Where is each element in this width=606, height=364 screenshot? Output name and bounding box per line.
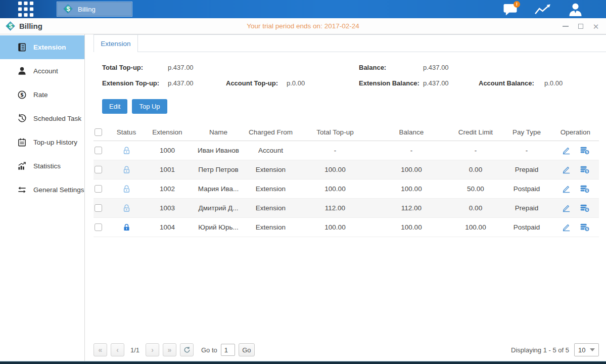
dollar-circle-icon: $ — [17, 90, 27, 100]
total-topup-value: p.437.00 — [168, 64, 194, 71]
extension-topup-label: Extension Top-up: — [102, 79, 159, 87]
goto-page-input[interactable] — [221, 344, 235, 356]
column-header[interactable]: Total Top-up — [297, 124, 373, 141]
row-checkbox[interactable] — [95, 223, 102, 231]
sidebar-item-statistics[interactable]: Statistics — [0, 154, 84, 178]
user-icon — [567, 3, 584, 16]
select-all-checkbox[interactable] — [95, 128, 102, 136]
row-checkbox[interactable] — [95, 166, 102, 173]
sidebar-label: Extension — [33, 43, 66, 51]
column-header[interactable]: Operation — [552, 124, 599, 141]
last-page-button[interactable]: » — [163, 343, 176, 356]
table-row[interactable]: 1004Юрий Юрь...Extension100.00100.00100.… — [94, 217, 599, 237]
edit-icon[interactable] — [562, 222, 571, 232]
edit-icon[interactable] — [562, 146, 571, 155]
status-locked-icon[interactable] — [122, 223, 131, 232]
minimize-icon[interactable] — [562, 22, 570, 30]
account-balance-label: Account Balance: — [479, 79, 534, 87]
topup-icon[interactable]: $ — [580, 203, 590, 213]
cell-name: Мария Ива... — [193, 179, 244, 198]
table-row[interactable]: 1000Иван ИвановAccount----$ — [94, 141, 599, 160]
notifications-button[interactable]: ! — [501, 2, 520, 17]
account-topup-value: p.0.00 — [287, 79, 305, 87]
row-checkbox[interactable] — [95, 147, 102, 154]
cell-balance: 100.00 — [373, 179, 450, 198]
edit-icon[interactable] — [562, 203, 571, 213]
next-page-button[interactable]: › — [146, 343, 159, 356]
edit-icon[interactable] — [562, 165, 571, 174]
table-row[interactable]: 1001Петр ПетровExtension100.00100.000.00… — [94, 160, 599, 179]
cell-name: Юрий Юрь... — [193, 217, 244, 237]
tab-extension[interactable]: Extension — [94, 34, 138, 52]
column-header[interactable]: Name — [193, 124, 244, 141]
row-checkbox[interactable] — [95, 204, 102, 212]
window-titlebar: $ Billing Your trial period ends on: 201… — [0, 18, 606, 34]
balance-label: Balance: — [359, 64, 386, 71]
topup-icon[interactable]: $ — [580, 146, 590, 155]
svg-text:$: $ — [20, 92, 24, 98]
sidebar: Extension Account $ Rate — [0, 34, 85, 361]
cell-charged-from: Account — [244, 141, 297, 160]
app-grid-icon[interactable] — [17, 1, 34, 18]
cell-credit-limit: 0.00 — [450, 198, 501, 217]
column-header[interactable]: Pay Type — [501, 124, 552, 141]
status-unlocked-icon[interactable] — [122, 204, 131, 212]
pager-right: Displaying 1 - 5 of 5 10 — [511, 343, 599, 356]
cell-balance: 100.00 — [373, 217, 450, 237]
first-page-button[interactable]: « — [94, 343, 107, 356]
bar-chart-icon — [17, 161, 27, 171]
cell-credit-limit: - — [450, 141, 501, 160]
tab-strip: Extension — [85, 34, 606, 52]
svg-text:$: $ — [586, 208, 588, 212]
line-chart-icon — [534, 3, 552, 16]
ledger-icon — [17, 42, 27, 53]
status-unlocked-icon[interactable] — [122, 165, 131, 174]
goto-label: Go to — [201, 346, 217, 354]
column-header[interactable]: Balance — [373, 124, 450, 141]
topup-icon[interactable]: $ — [580, 222, 590, 232]
edit-icon[interactable] — [562, 184, 571, 194]
refresh-button[interactable] — [180, 343, 194, 356]
page-size-select[interactable]: 10 — [574, 343, 599, 356]
sidebar-item-topup-history[interactable]: Top-up History — [0, 130, 84, 154]
sidebar-label: Account — [33, 67, 58, 75]
sidebar-item-extension[interactable]: Extension — [0, 35, 84, 59]
pagination-bar: « ‹ 1/1 › » Go to Go Displaying 1 - 5 of… — [94, 343, 599, 356]
sidebar-item-rate[interactable]: $ Rate — [0, 83, 84, 107]
column-header[interactable]: Status — [111, 124, 142, 141]
notification-badge: ! — [514, 1, 520, 8]
go-button[interactable]: Go — [239, 343, 255, 356]
cell-pay-type: Prepaid — [501, 160, 552, 179]
close-icon[interactable]: ✕ — [592, 22, 600, 30]
user-account-button[interactable] — [566, 2, 585, 17]
maximize-icon[interactable] — [577, 22, 585, 30]
column-header[interactable]: Charged From — [244, 124, 297, 141]
unlocked-icon — [122, 204, 131, 212]
window-controls: ✕ — [562, 18, 600, 34]
row-checkbox[interactable] — [95, 185, 102, 193]
billing-diamond-icon: $ — [6, 21, 16, 31]
topup-icon[interactable]: $ — [580, 184, 590, 194]
status-unlocked-icon[interactable] — [122, 146, 131, 155]
edit-button[interactable]: Edit — [102, 99, 127, 114]
window-title: Billing — [19, 22, 42, 30]
statistics-monitor-button[interactable] — [533, 2, 552, 17]
table-row[interactable]: 1002Мария Ива...Extension100.00100.0050.… — [94, 179, 599, 198]
taskbar-billing-tab[interactable]: $ Billing — [57, 2, 132, 17]
sidebar-item-general-settings[interactable]: General Settings — [0, 178, 84, 202]
column-header[interactable]: Credit Limit — [450, 124, 501, 141]
sidebar-label: Scheduled Task — [33, 115, 81, 122]
status-unlocked-icon[interactable] — [122, 185, 131, 193]
topup-icon[interactable]: $ — [580, 165, 590, 174]
sidebar-item-account[interactable]: Account — [0, 59, 84, 83]
svg-text:$: $ — [586, 169, 588, 173]
topup-button[interactable]: Top Up — [132, 99, 167, 114]
taskbar: $ Billing ! — [0, 0, 606, 18]
notepad-icon — [17, 138, 27, 148]
table-row[interactable]: 1003Дмитрий Д...Extension112.00112.000.0… — [94, 198, 599, 217]
cell-name: Петр Петров — [193, 160, 244, 179]
sidebar-item-scheduled-task[interactable]: Scheduled Task — [0, 107, 84, 130]
prev-page-button[interactable]: ‹ — [111, 343, 124, 356]
action-buttons: Edit Top Up — [102, 99, 599, 114]
column-header[interactable]: Extension — [142, 124, 193, 141]
